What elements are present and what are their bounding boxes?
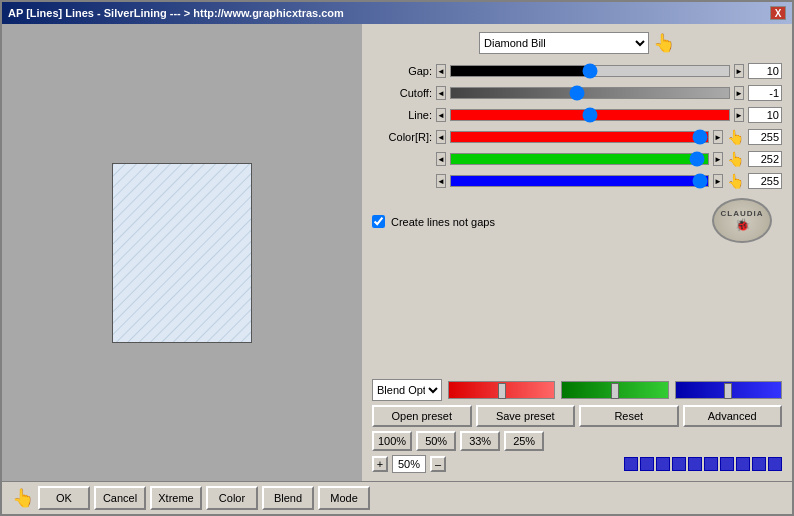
gap-value[interactable]: 10	[748, 63, 782, 79]
preset-hand-icon: 👆	[653, 32, 675, 54]
colorG-hand-icon: 👆	[727, 151, 744, 167]
gap-row: Gap: ◄ ► 10	[372, 62, 782, 80]
blue-sq-8	[736, 457, 750, 471]
blend-green-slider[interactable]	[561, 381, 668, 399]
reset-button[interactable]: Reset	[579, 405, 679, 427]
colorR-slider-container	[450, 130, 709, 144]
action-buttons-row: Open preset Save preset Reset Advanced	[372, 405, 782, 427]
gap-slider[interactable]	[450, 65, 730, 77]
p50-button[interactable]: 50%	[416, 431, 456, 451]
p33-button[interactable]: 33%	[460, 431, 500, 451]
blue-sq-7	[720, 457, 734, 471]
blue-squares	[624, 457, 782, 471]
create-lines-checkbox[interactable]	[372, 215, 385, 228]
save-preset-button[interactable]: Save preset	[476, 405, 576, 427]
colorR-value[interactable]: 255	[748, 129, 782, 145]
blend-select[interactable]: Blend Opti...	[372, 379, 442, 401]
colorB-value[interactable]: 255	[748, 173, 782, 189]
colorR-right-arrow[interactable]: ►	[713, 130, 723, 144]
claudia-text: CLAUDIA	[721, 209, 764, 218]
bottom-bar: 👆 OK Cancel Xtreme Color Blend Mode	[2, 481, 792, 514]
gap-left-arrow[interactable]: ◄	[436, 64, 446, 78]
line-label: Line:	[372, 109, 432, 121]
colorB-slider-container	[450, 174, 709, 188]
title-bar: AP [Lines] Lines - SilverLining --- > ht…	[2, 2, 792, 24]
gap-slider-container	[450, 64, 730, 78]
preview-box	[112, 163, 252, 343]
blend-red-slider[interactable]	[448, 381, 555, 399]
colorG-right-arrow[interactable]: ►	[713, 152, 723, 166]
cutoff-left-arrow[interactable]: ◄	[436, 86, 446, 100]
window-title: AP [Lines] Lines - SilverLining --- > ht…	[8, 7, 344, 19]
blue-sq-3	[656, 457, 670, 471]
cutoff-value[interactable]: -1	[748, 85, 782, 101]
preset-row: Diamond Bill 👆	[372, 32, 782, 54]
blend-green-thumb	[611, 383, 619, 399]
blue-sq-4	[672, 457, 686, 471]
colorB-slider[interactable]	[450, 175, 709, 187]
colorR-slider[interactable]	[450, 131, 709, 143]
preset-select[interactable]: Diamond Bill	[479, 32, 649, 54]
line-row: Line: ◄ ► 10	[372, 106, 782, 124]
checkbox-label: Create lines not gaps	[391, 216, 495, 228]
blue-sq-1	[624, 457, 638, 471]
colorR-hand-icon: 👆	[727, 129, 744, 145]
p100-button[interactable]: 100%	[372, 431, 412, 451]
blend-blue-slider[interactable]	[675, 381, 782, 399]
colorG-slider-container	[450, 152, 709, 166]
zoom-minus-button[interactable]: –	[430, 456, 446, 472]
blend-button[interactable]: Blend	[262, 486, 314, 510]
blue-sq-5	[688, 457, 702, 471]
svg-rect-2	[113, 164, 251, 342]
line-right-arrow[interactable]: ►	[734, 108, 744, 122]
blue-sq-6	[704, 457, 718, 471]
colorR-left-arrow[interactable]: ◄	[436, 130, 446, 144]
left-panel	[2, 24, 362, 481]
colorB-hand-icon: 👆	[727, 173, 744, 189]
blue-sq-10	[768, 457, 782, 471]
claudia-icon: 🐞	[735, 218, 750, 232]
advanced-button[interactable]: Advanced	[683, 405, 783, 427]
preset-wrapper: Diamond Bill 👆	[479, 32, 675, 54]
right-panel: Diamond Bill 👆 Gap: ◄ ► 10 Cutoff: ◄	[362, 24, 792, 481]
main-window: AP [Lines] Lines - SilverLining --- > ht…	[0, 0, 794, 516]
zoom-value: 50%	[392, 455, 426, 473]
colorB-row: ◄ ► 👆 255	[372, 172, 782, 190]
colorB-right-arrow[interactable]: ►	[713, 174, 723, 188]
colorR-label: Color[R]:	[372, 131, 432, 143]
percent-row: 100% 50% 33% 25%	[372, 431, 782, 451]
colorG-row: ◄ ► 👆 252	[372, 150, 782, 168]
line-value[interactable]: 10	[748, 107, 782, 123]
line-slider[interactable]	[450, 109, 730, 121]
bottom-controls: Blend Opti... Open preset Save prese	[372, 379, 782, 473]
color-button[interactable]: Color	[206, 486, 258, 510]
claudia-badge: CLAUDIA 🐞	[712, 198, 772, 243]
zoom-plus-button[interactable]: +	[372, 456, 388, 472]
mode-button[interactable]: Mode	[318, 486, 370, 510]
colorG-value[interactable]: 252	[748, 151, 782, 167]
gap-right-arrow[interactable]: ►	[734, 64, 744, 78]
colorG-slider[interactable]	[450, 153, 709, 165]
cancel-button[interactable]: Cancel	[94, 486, 146, 510]
close-button[interactable]: X	[770, 6, 786, 20]
checkbox-badge-row: Create lines not gaps CLAUDIA 🐞	[372, 198, 782, 243]
blend-blue-thumb	[724, 383, 732, 399]
xtreme-button[interactable]: Xtreme	[150, 486, 202, 510]
blend-red-thumb	[498, 383, 506, 399]
open-preset-button[interactable]: Open preset	[372, 405, 472, 427]
line-left-arrow[interactable]: ◄	[436, 108, 446, 122]
preview-pattern	[113, 164, 251, 342]
cutoff-slider-container	[450, 86, 730, 100]
cutoff-right-arrow[interactable]: ►	[734, 86, 744, 100]
ok-button[interactable]: OK	[38, 486, 90, 510]
colorB-left-arrow[interactable]: ◄	[436, 174, 446, 188]
zoom-row: + 50% –	[372, 455, 782, 473]
gap-label: Gap:	[372, 65, 432, 77]
cutoff-row: Cutoff: ◄ ► -1	[372, 84, 782, 102]
colorG-left-arrow[interactable]: ◄	[436, 152, 446, 166]
blue-sq-2	[640, 457, 654, 471]
p25-button[interactable]: 25%	[504, 431, 544, 451]
bottom-hand-icon: 👆	[12, 487, 34, 509]
checkbox-row: Create lines not gaps	[372, 215, 495, 228]
cutoff-slider[interactable]	[450, 87, 730, 99]
